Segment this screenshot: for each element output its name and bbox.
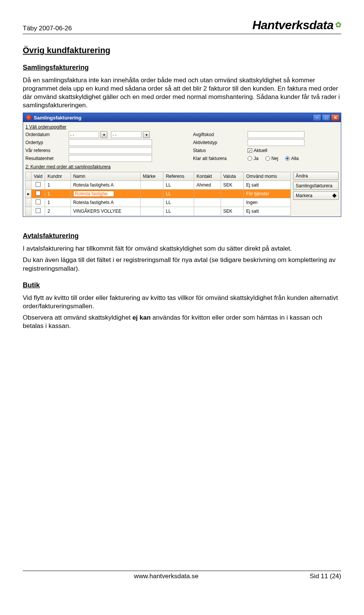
window-title: Samlingsfakturering [34,115,82,121]
col-rowmarker [26,172,31,181]
header-date: Täby 2007-06-26 [23,25,72,32]
window-titlebar: Samlingsfakturering – □ ✕ [23,113,341,122]
row-checkbox[interactable] [36,191,41,196]
checkbox-aktuell-label: Aktuell [254,148,267,153]
row-checkbox[interactable] [36,208,41,213]
brand-logo: Hantverksdata ✿ [252,18,341,32]
paragraph-avtal-1: I avtalsfakturering har tillkommit fält … [23,245,341,253]
field-orderdatum-to[interactable]: - - [111,131,141,138]
samlingsfakturera-button[interactable]: Samlingsfakturera [293,182,339,190]
app-window: Samlingsfakturering – □ ✕ 1 Välj orderup… [23,113,341,217]
subsection-samlingsfakturering: Samlingsfakturering [23,64,341,72]
minimize-button[interactable]: – [313,114,321,121]
label-status: Status [193,148,246,153]
radio-alla[interactable]: Alla [285,156,299,161]
section-title: Övrig kundfakturering [23,45,341,55]
field-orderdatum-from[interactable]: - - [69,131,99,138]
paragraph-1: Då en samlingsfaktura inte kan innehålla… [23,76,341,110]
radio-ja[interactable]: Ja [248,156,259,161]
footer-page: Sid 11 (24) [310,573,341,580]
paragraph-butik-1: Vid flytt av kvitto till order eller fak… [23,294,341,311]
table-row[interactable]: 2 VINGÅKERS VOLLYEE LL SEK Ej satt [26,207,291,216]
checkbox-aktuell[interactable]: ✓ Aktuell [248,148,339,153]
customer-table: Vald Kundnr Namn Märke Referens Kontakt … [25,172,291,216]
field-varreferens[interactable] [69,147,152,154]
markera-button[interactable]: Markera [293,191,339,200]
brand-icon: ✿ [335,20,342,29]
table-row[interactable]: 1 Rotesta fastighets A LL Ahmed SEK Ej s… [26,181,291,190]
window-icon [26,115,31,120]
label-resultatenhet: Resultatenhet [25,156,67,161]
radio-nej[interactable]: Nej [265,156,278,161]
diamond-icon [332,194,336,198]
paragraph-butik-2: Observera att omvänd skattskyldighet ej … [23,314,341,330]
field-avgiftskod[interactable] [248,131,304,138]
col-kontakt[interactable]: Kontakt [194,172,221,181]
label-ordertyp: Ordertyp [25,140,67,145]
label-avgiftskod: Avgiftskod [193,132,246,137]
table-row[interactable]: 1 Rotesta fastighets A LL Ingen [26,198,291,207]
field-aktivitetstyp[interactable] [248,139,304,146]
col-marke[interactable]: Märke [140,172,163,181]
page-header: Täby 2007-06-26 Hantverksdata ✿ [23,18,341,34]
col-namn[interactable]: Namn [71,172,140,181]
subsection-butik: Butik [23,281,341,289]
col-referens[interactable]: Referens [163,172,194,181]
table-row-selected[interactable]: ▸ 1 Rotesta fastighe LL För tjänster [26,190,291,198]
col-omoms[interactable]: Omvänd moms [244,172,291,181]
label-klar: Klar att fakturera [193,156,246,161]
field-resultatenhet[interactable] [69,155,152,162]
footer-link[interactable]: www.hantverksdata.se [134,573,198,580]
page-footer: www.hantverksdata.se Sid 11 (24) [23,571,341,580]
label-orderdatum: Orderdatum [25,132,67,137]
step2-label: 2: Kunder med order att samlingsfakturer… [25,164,339,169]
datepicker-to-button[interactable]: ▾ [143,131,150,138]
subsection-avtalsfakturering: Avtalsfakturering [23,232,341,240]
maximize-button[interactable]: □ [322,114,330,121]
brand-text: Hantverksdata [252,18,333,32]
step1-label: 1 Välj orderuppgifter [25,124,339,130]
row-checkbox[interactable] [36,199,41,204]
datepicker-from-button[interactable]: ▾ [100,131,107,138]
col-vald[interactable]: Vald [31,172,45,181]
label-aktivitetstyp: Aktivitetstyp [193,140,246,145]
field-ordertyp[interactable] [69,139,152,146]
paragraph-avtal-2: Du kan även lägga till det fältet i er r… [23,256,341,273]
col-valuta[interactable]: Valuta [221,172,243,181]
row-checkbox[interactable] [36,182,41,187]
andra-button[interactable]: Ändra [293,172,339,180]
label-varreferens: Vår referens [25,148,67,153]
close-button[interactable]: ✕ [331,114,339,121]
col-kundnr[interactable]: Kundnr [45,172,71,181]
